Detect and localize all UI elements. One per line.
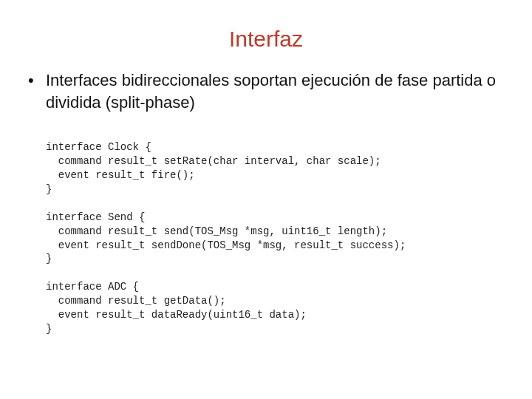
slide: Interfaz Interfaces bidireccionales sopo… xyxy=(0,0,532,399)
bullet-item: Interfaces bidireccionales soportan ejec… xyxy=(28,69,505,113)
code-line: command result_t send(TOS_Msg *msg, uint… xyxy=(46,225,387,237)
code-line: event result_t fire(); xyxy=(46,169,195,181)
bullet-list: Interfaces bidireccionales soportan ejec… xyxy=(28,69,505,113)
slide-title: Interfaz xyxy=(27,27,505,52)
code-line: interface ADC { xyxy=(46,281,139,293)
code-line: command result_t setRate(char interval, … xyxy=(46,155,381,167)
code-line: event result_t sendDone(TOS_Msg *msg, re… xyxy=(46,239,406,251)
code-block: interface Clock { command result_t setRa… xyxy=(46,126,505,349)
code-line: interface Clock { xyxy=(46,141,151,153)
code-line: command result_t getData(); xyxy=(46,295,226,307)
code-line: interface Send { xyxy=(46,211,145,223)
code-line: } xyxy=(46,253,52,265)
code-line: event result_t dataReady(uint16_t data); xyxy=(46,309,307,321)
code-line: } xyxy=(46,183,52,195)
code-line: } xyxy=(46,323,52,335)
